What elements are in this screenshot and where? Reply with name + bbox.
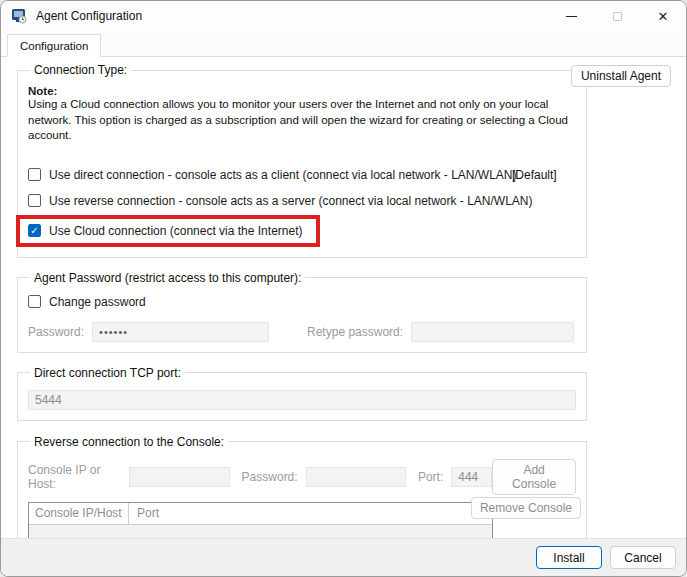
reverse-connection-inputs-row: Console IP or Host: Password: Port: 444 … (28, 459, 576, 495)
reverse-connection-checkbox[interactable] (28, 194, 41, 207)
direct-connection-checkbox[interactable] (28, 168, 41, 181)
agent-password-group: Agent Password (restrict access to this … (17, 271, 587, 353)
change-password-checkbox[interactable] (28, 295, 41, 308)
note-title: Note: (28, 85, 576, 97)
port-input: 444 (451, 467, 492, 487)
tcp-port-legend: Direct connection TCP port: (30, 366, 185, 380)
tab-configuration[interactable]: Configuration (7, 34, 101, 57)
password-label: Password: (28, 325, 84, 339)
window-controls (548, 1, 686, 31)
footer-bar: Install Cancel (1, 538, 686, 576)
app-icon (11, 8, 27, 24)
reverse-password-label: Password: (242, 470, 298, 484)
tab-strip: Configuration (1, 31, 686, 57)
install-button[interactable]: Install (536, 546, 602, 569)
minimize-icon (566, 16, 577, 17)
cancel-button[interactable]: Cancel (610, 546, 676, 569)
add-console-button[interactable]: Add Console (492, 459, 576, 495)
cloud-connection-checkbox[interactable] (28, 224, 41, 237)
reverse-password-input (306, 467, 406, 487)
port-label: Port: (418, 470, 443, 484)
console-table-header-port: Port (129, 503, 492, 524)
agent-configuration-window: Agent Configuration Configuration Uninst… (0, 0, 687, 577)
page-content: Uninstall Agent Connection Type: Note: U… (1, 57, 686, 538)
console-ip-label: Console IP or Host: (28, 463, 121, 491)
uninstall-agent-button[interactable]: Uninstall Agent (571, 65, 671, 87)
maximize-icon (613, 12, 622, 21)
option-reverse-connection[interactable]: Use reverse connection - console acts as… (28, 194, 576, 208)
console-table-header-ip: Console IP/Host (29, 503, 129, 524)
reverse-connection-label: Use reverse connection - console acts as… (49, 194, 533, 208)
retype-password-label: Retype password: (307, 325, 403, 339)
password-input: •••••• (92, 322, 269, 342)
console-table-header: Console IP/Host Port (29, 503, 492, 525)
change-password-label: Change password (49, 295, 146, 309)
maximize-button (594, 1, 640, 31)
reverse-connection-legend: Reverse connection to the Console: (30, 435, 228, 449)
close-icon (658, 9, 669, 24)
note-body: Using a Cloud connection allows you to m… (28, 97, 576, 144)
agent-password-legend: Agent Password (restrict access to this … (30, 271, 305, 285)
cloud-connection-label: Use Cloud connection (connect via the In… (49, 224, 302, 238)
default-tag: [Default] (512, 168, 557, 182)
change-password-row[interactable]: Change password (28, 295, 576, 309)
option-direct-connection[interactable]: Use direct connection - console acts as … (28, 168, 576, 182)
tcp-port-group: Direct connection TCP port: 5444 (17, 366, 587, 421)
option-cloud-connection-highlighted[interactable]: Use Cloud connection (connect via the In… (16, 215, 320, 247)
window-title: Agent Configuration (36, 9, 142, 23)
password-fields-row: Password: •••••• Retype password: (28, 322, 576, 342)
tcp-port-input: 5444 (28, 390, 576, 410)
minimize-button[interactable] (548, 1, 594, 31)
direct-connection-label: Use direct connection - console acts as … (49, 168, 517, 182)
remove-console-button[interactable]: Remove Console (471, 497, 581, 519)
retype-password-input (411, 322, 574, 342)
connection-type-group: Connection Type: Note: Using a Cloud con… (17, 63, 587, 258)
title-bar: Agent Configuration (1, 1, 686, 31)
connection-type-legend: Connection Type: (30, 63, 131, 77)
close-button[interactable] (640, 1, 686, 31)
console-ip-input (129, 467, 229, 487)
